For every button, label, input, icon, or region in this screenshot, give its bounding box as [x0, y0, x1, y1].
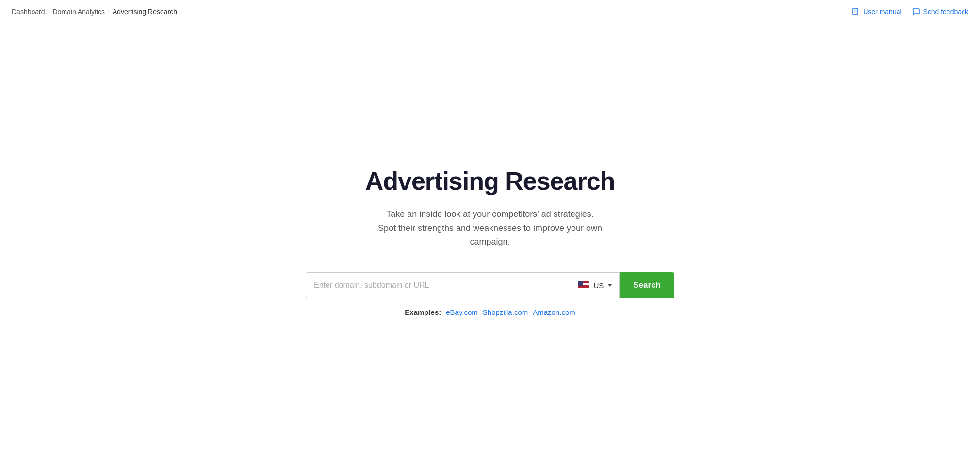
- subtitle-line-2: Spot their strengths and weaknesses to i…: [378, 223, 602, 233]
- example-link-amazon[interactable]: Amazon.com: [533, 308, 575, 316]
- country-code-label: US: [593, 281, 604, 290]
- header: Dashboard › Domain Analytics › Advertisi…: [0, 0, 980, 23]
- send-feedback-link[interactable]: Send feedback: [912, 7, 968, 16]
- examples-label: Examples:: [405, 308, 441, 316]
- send-feedback-label: Send feedback: [923, 8, 968, 16]
- page-title: Advertising Research: [365, 166, 615, 196]
- examples-row: Examples: eBay.com Shopzilla.com Amazon.…: [405, 308, 575, 316]
- header-actions: User manual Send feedback: [851, 7, 968, 16]
- book-icon: [851, 7, 860, 16]
- chevron-down-icon: [607, 284, 612, 287]
- breadcrumb-separator-2: ›: [108, 8, 110, 15]
- breadcrumb-separator-1: ›: [48, 8, 50, 15]
- subtitle-line-3: campaign.: [470, 237, 510, 246]
- user-manual-label: User manual: [863, 8, 901, 16]
- country-selector[interactable]: US: [571, 272, 620, 298]
- example-link-shopzilla[interactable]: Shopzilla.com: [483, 308, 528, 316]
- main-content: Advertising Research Take an inside look…: [0, 23, 980, 460]
- breadcrumb-dashboard[interactable]: Dashboard: [12, 8, 45, 16]
- subtitle-line-1: Take an inside look at your competitors'…: [386, 209, 594, 219]
- feedback-icon: [912, 7, 920, 16]
- breadcrumb-domain-analytics[interactable]: Domain Analytics: [53, 8, 105, 16]
- breadcrumb: Dashboard › Domain Analytics › Advertisi…: [12, 8, 177, 16]
- search-container: US Search: [306, 272, 674, 298]
- user-manual-link[interactable]: User manual: [851, 7, 901, 16]
- svg-rect-0: [853, 8, 858, 15]
- flag-us-icon: [578, 281, 589, 289]
- search-input[interactable]: [306, 272, 571, 298]
- search-button[interactable]: Search: [620, 272, 674, 298]
- example-link-ebay[interactable]: eBay.com: [446, 308, 478, 316]
- breadcrumb-current: Advertising Research: [113, 8, 177, 16]
- page-subtitle: Take an inside look at your competitors'…: [378, 207, 602, 249]
